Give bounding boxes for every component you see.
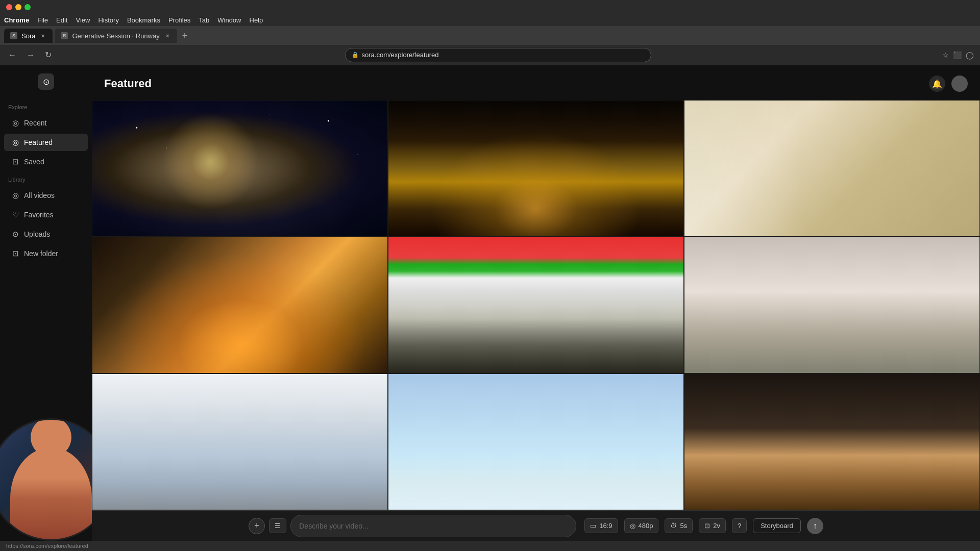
duration-label: 5s — [680, 522, 687, 530]
sidebar-item-uploads[interactable]: ⊙ Uploads — [4, 226, 88, 243]
minimize-window-button[interactable] — [15, 4, 21, 10]
sidebar-item-label-all-videos: All videos — [24, 191, 55, 199]
video-cell-cat[interactable]: 1:11++ — [684, 100, 980, 237]
address-bar: ← → ↻ 🔒 sora.com/explore/featured ☆ ⬛ ◯ — [0, 45, 980, 65]
video-duration-woman — [970, 367, 975, 369]
video-duration-city-snow — [378, 504, 383, 506]
sidebar-item-label-favorites: Favorites — [24, 211, 54, 219]
sidebar-item-label-saved: Saved — [24, 158, 44, 166]
resolution-label: 480p — [639, 522, 653, 530]
tab-close-sora[interactable]: ✕ — [39, 32, 46, 39]
library-section-label: Library — [0, 172, 92, 185]
video-duration-sky — [674, 504, 679, 506]
profile-icon[interactable]: ◯ — [966, 51, 974, 59]
sidebar-item-recent[interactable]: ◎ Recent — [4, 114, 88, 132]
sidebar-item-new-folder[interactable]: ⊡ New folder — [4, 245, 88, 262]
app-logo[interactable]: ⊙ — [38, 73, 54, 90]
menu-file[interactable]: File — [37, 16, 48, 24]
tab-sora[interactable]: S Sora ✕ — [4, 29, 53, 43]
menu-tab[interactable]: Tab — [199, 16, 209, 24]
version-button[interactable]: ⊡ 2v — [699, 518, 726, 533]
clock-icon: ⏱ — [670, 522, 677, 530]
menu-help[interactable]: Help — [250, 16, 263, 24]
storyboard-label: Storyboard — [761, 522, 793, 530]
video-duration-panda — [674, 367, 679, 369]
menu-chrome[interactable]: Chrome — [4, 16, 29, 24]
extensions-icon[interactable]: ⬛ — [953, 51, 962, 59]
person-head — [31, 418, 71, 458]
reload-button[interactable]: ↻ — [43, 48, 54, 62]
menu-window[interactable]: Window — [217, 16, 241, 24]
traffic-lights — [6, 4, 31, 10]
uploads-icon: ⊙ — [12, 230, 19, 239]
main-content: Featured 🔔 0:11 — [92, 65, 980, 541]
storyboard-button[interactable]: Storyboard — [753, 518, 801, 533]
prompt-area[interactable]: Describe your video... — [290, 515, 576, 537]
featured-icon: ◎ — [12, 138, 19, 147]
text-format-button[interactable]: ☰ — [269, 518, 286, 533]
ratio-label: 16:9 — [599, 522, 612, 530]
ratio-button[interactable]: ▭ 16:9 — [584, 518, 618, 533]
add-button[interactable]: + — [249, 518, 265, 534]
url-bar[interactable]: 🔒 sora.com/explore/featured — [345, 48, 651, 62]
menu-view[interactable]: View — [76, 16, 90, 24]
forward-button[interactable]: → — [24, 48, 37, 62]
app-layout: ⊙ Explore ◎ Recent ◎ Featured ⊡ Saved Li… — [0, 65, 980, 541]
ratio-icon: ▭ — [590, 522, 596, 530]
video-cell-cathedral[interactable] — [388, 100, 684, 237]
video-cell-architecture[interactable] — [92, 237, 388, 373]
new-tab-button[interactable]: + — [179, 31, 191, 41]
resolution-icon: ◎ — [630, 522, 635, 530]
menu-edit[interactable]: Edit — [56, 16, 67, 24]
tab-bar: S Sora ✕ R Generative Session · Runway ✕… — [0, 27, 980, 45]
maximize-window-button[interactable] — [24, 4, 31, 10]
sidebar: ⊙ Explore ◎ Recent ◎ Featured ⊡ Saved Li… — [0, 65, 92, 541]
sidebar-item-featured[interactable]: ◎ Featured — [4, 134, 88, 151]
new-folder-icon: ⊡ — [12, 249, 19, 258]
duration-button[interactable]: ⏱ 5s — [665, 518, 693, 533]
status-bar: https://sora.com/explore/featured — [0, 541, 980, 551]
back-button[interactable]: ← — [6, 48, 18, 62]
tab-favicon-sora: S — [10, 32, 17, 39]
video-duration-cat: 1:11++ — [953, 224, 975, 232]
video-grid: 0:11 1:11++ — [92, 100, 980, 510]
video-cell-city-snow[interactable] — [92, 373, 388, 510]
menu-bookmarks[interactable]: Bookmarks — [127, 16, 160, 24]
avatar[interactable] — [951, 76, 968, 92]
resolution-button[interactable]: ◎ 480p — [624, 518, 659, 533]
menu-bar: Chrome File Edit View History Bookmarks … — [0, 14, 980, 27]
video-cell-space[interactable]: 0:11 — [92, 100, 388, 237]
sidebar-item-favorites[interactable]: ♡ Favorites — [4, 206, 88, 223]
sidebar-item-all-videos[interactable]: ◎ All videos — [4, 187, 88, 204]
content-header: Featured 🔔 — [92, 65, 980, 100]
close-window-button[interactable] — [6, 4, 12, 10]
address-actions: ☆ ⬛ ◯ — [942, 51, 974, 59]
video-cell-woman[interactable] — [684, 237, 980, 373]
sidebar-item-label-uploads: Uploads — [24, 230, 50, 238]
sidebar-item-saved[interactable]: ⊡ Saved — [4, 153, 88, 170]
help-button[interactable]: ? — [732, 518, 747, 533]
video-cell-panda[interactable] — [388, 237, 684, 373]
tab-close-runway[interactable]: ✕ — [164, 32, 171, 39]
video-cell-sky[interactable] — [388, 373, 684, 510]
bottom-toolbar: + ☰ Describe your video... ▭ 16:9 ◎ 480p — [92, 510, 980, 541]
ssl-lock-icon: 🔒 — [352, 52, 359, 58]
video-cell-interior[interactable] — [684, 373, 980, 510]
tab-favicon-runway: R — [61, 32, 68, 39]
tab-runway[interactable]: R Generative Session · Runway ✕ — [55, 29, 177, 43]
tab-label-sora: Sora — [21, 32, 35, 40]
menu-history[interactable]: History — [98, 16, 118, 24]
bookmark-icon[interactable]: ☆ — [942, 51, 949, 59]
status-url: https://sora.com/explore/featured — [6, 543, 88, 549]
submit-button[interactable]: ↑ — [807, 518, 823, 534]
video-duration-space: 0:11 — [368, 224, 383, 232]
tab-label-runway: Generative Session · Runway — [72, 32, 159, 40]
prompt-input[interactable]: Describe your video... — [299, 522, 568, 530]
submit-icon: ↑ — [813, 521, 817, 531]
menu-profiles[interactable]: Profiles — [168, 16, 190, 24]
header-actions: 🔔 — [929, 76, 968, 92]
notification-button[interactable]: 🔔 — [929, 76, 945, 92]
bell-icon: 🔔 — [932, 79, 942, 89]
video-duration-interior — [970, 504, 975, 506]
version-label: 2v — [713, 522, 720, 530]
